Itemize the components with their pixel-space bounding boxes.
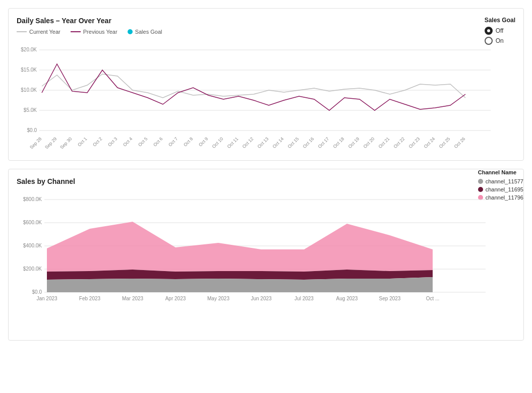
channel-sales-svg: $800.0K $600.0K $400.0K $200.0K $0.0 Jan… [17, 189, 496, 331]
svg-text:Jan 2023: Jan 2023 [36, 296, 57, 301]
svg-text:$15.0K: $15.0K [21, 67, 37, 73]
svg-text:$800.0K: $800.0K [23, 196, 42, 202]
svg-text:Oct 7: Oct 7 [167, 136, 179, 147]
dashboard: Daily Sales – Year Over Year Current Yea… [8, 8, 524, 341]
channel-11577-label: channel_11577 [486, 178, 523, 184]
channel-legend-label: Channel Name [478, 169, 523, 175]
bottom-x-axis: Jan 2023 Feb 2023 Mar 2023 Apr 2023 May … [36, 296, 439, 301]
svg-text:Oct 21: Oct 21 [378, 136, 391, 149]
svg-text:$600.0K: $600.0K [23, 220, 42, 225]
svg-text:Apr 2023: Apr 2023 [165, 296, 186, 301]
daily-sales-svg: $20.0K $15.0K $10.0K $5.0K $0.0 Sep 28 S… [17, 40, 496, 151]
x-axis-labels: Sep 28 Sep 29 Sep 30 Oct 1 Oct 2 Oct 3 O… [29, 136, 466, 150]
previous-year-label: Previous Year [83, 29, 117, 35]
daily-sales-title: Daily Sales – Year Over Year [17, 17, 515, 25]
svg-text:Oct 18: Oct 18 [332, 136, 345, 149]
svg-text:Oct 23: Oct 23 [408, 136, 421, 149]
sales-goal-off-radio[interactable] [485, 27, 493, 35]
svg-text:Oct 5: Oct 5 [137, 136, 148, 147]
channel-11695-area [47, 270, 433, 280]
current-year-label: Current Year [29, 29, 61, 35]
legend-current-year: Current Year [17, 29, 61, 35]
svg-text:Oct 6: Oct 6 [152, 136, 163, 147]
svg-text:Jul 2023: Jul 2023 [294, 296, 314, 301]
svg-text:$200.0K: $200.0K [23, 266, 42, 272]
sales-goal-off-label: Off [496, 27, 504, 34]
svg-text:$5.0K: $5.0K [24, 107, 37, 113]
svg-text:Oct 15: Oct 15 [287, 136, 300, 149]
svg-text:Sep 30: Sep 30 [59, 136, 73, 150]
svg-text:Oct 24: Oct 24 [423, 136, 436, 149]
sales-goal-off-option[interactable]: Off [485, 27, 515, 35]
sales-goal-control-label: Sales Goal [485, 17, 515, 24]
svg-text:Oct 26: Oct 26 [453, 136, 466, 149]
channel-11577-dot [478, 179, 483, 184]
svg-text:$10.0K: $10.0K [21, 87, 37, 93]
sales-goal-legend-label: Sales Goal [135, 29, 162, 35]
svg-text:Oct 8: Oct 8 [183, 136, 194, 147]
svg-text:Oct 11: Oct 11 [226, 136, 240, 149]
svg-text:Oct 12: Oct 12 [242, 136, 255, 149]
legend-sales-goal: Sales Goal [128, 29, 162, 35]
legend-previous-year: Previous Year [71, 29, 117, 35]
svg-text:Feb 2023: Feb 2023 [79, 296, 101, 301]
svg-text:Oct 13: Oct 13 [257, 136, 270, 149]
svg-text:$20.0K: $20.0K [21, 47, 37, 52]
current-year-line-icon [17, 31, 27, 32]
previous-year-line [42, 64, 465, 110]
svg-text:$400.0K: $400.0K [23, 243, 42, 248]
channel-chart-area: $800.0K $600.0K $400.0K $200.0K $0.0 Jan… [17, 189, 515, 332]
svg-text:Oct 4: Oct 4 [122, 136, 133, 147]
svg-text:Oct 17: Oct 17 [317, 136, 330, 149]
daily-sales-panel: Daily Sales – Year Over Year Current Yea… [8, 8, 524, 161]
svg-text:May 2023: May 2023 [207, 296, 229, 301]
svg-text:Oct ...: Oct ... [426, 296, 440, 301]
channel-11577-area [47, 277, 433, 292]
svg-text:Sep 29: Sep 29 [44, 136, 57, 150]
sales-by-channel-title: Sales by Channel [17, 177, 515, 185]
svg-text:Oct 20: Oct 20 [363, 136, 376, 149]
svg-text:$0.0: $0.0 [32, 289, 42, 295]
daily-sales-chart-area: $20.0K $15.0K $10.0K $5.0K $0.0 Sep 28 S… [17, 40, 515, 152]
svg-text:Mar 2023: Mar 2023 [122, 296, 144, 301]
channel-11796-area [47, 222, 433, 272]
top-chart-legend: Current Year Previous Year Sales Goal [17, 29, 515, 35]
svg-text:Jun 2023: Jun 2023 [251, 296, 272, 301]
svg-text:Oct 1: Oct 1 [77, 136, 88, 147]
svg-text:Oct 2: Oct 2 [92, 136, 103, 147]
svg-text:Sep 2023: Sep 2023 [379, 296, 401, 301]
svg-text:Oct 25: Oct 25 [438, 136, 451, 149]
svg-text:Oct 10: Oct 10 [211, 136, 224, 149]
channel-11577-legend: channel_11577 [478, 178, 523, 184]
current-year-line [42, 74, 465, 98]
svg-text:Aug 2023: Aug 2023 [336, 296, 358, 301]
svg-text:Sep 28: Sep 28 [29, 136, 42, 150]
svg-text:Oct 14: Oct 14 [272, 136, 285, 149]
svg-text:Oct 16: Oct 16 [302, 136, 315, 149]
sales-by-channel-panel: Sales by Channel Channel Name channel_11… [8, 169, 524, 341]
previous-year-line-icon [71, 31, 81, 32]
svg-text:Oct 9: Oct 9 [198, 136, 209, 147]
sales-goal-dot-icon [128, 29, 133, 34]
svg-text:Oct 3: Oct 3 [107, 136, 118, 147]
svg-text:Oct 22: Oct 22 [393, 136, 406, 149]
svg-text:$0.0: $0.0 [27, 127, 37, 133]
svg-text:Oct 19: Oct 19 [347, 136, 361, 149]
